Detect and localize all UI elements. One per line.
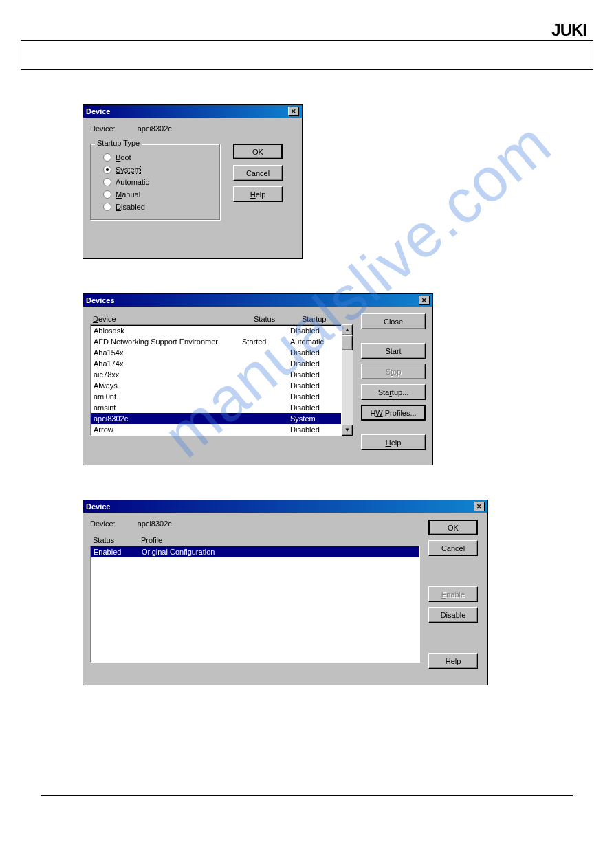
titlebar: Device ✕ — [83, 500, 487, 513]
list-item[interactable]: Enabled Original Configuration — [91, 546, 419, 557]
close-icon[interactable]: ✕ — [419, 296, 430, 305]
list-item[interactable]: aic78xxDisabled — [91, 369, 341, 380]
group-label: Startup Type — [95, 139, 142, 147]
header-placeholder — [21, 40, 593, 70]
footer-rule — [41, 795, 573, 796]
list-item[interactable]: ArrowDisabled — [91, 424, 341, 435]
help-button[interactable]: Help — [361, 434, 426, 450]
profile-listbox[interactable]: Enabled Original Configuration — [90, 546, 420, 663]
title-text: Devices — [86, 296, 115, 304]
device-label: Device: — [90, 124, 116, 133]
close-icon[interactable]: ✕ — [288, 107, 299, 116]
ok-button[interactable]: OK — [428, 520, 478, 535]
enable-button: Enable — [428, 586, 478, 602]
stop-button: Stop — [361, 364, 426, 379]
radio-boot[interactable]: Boot — [98, 151, 213, 164]
list-item[interactable]: Aha154xDisabled — [91, 347, 341, 358]
col-startup-header: Startup — [302, 315, 350, 323]
list-item[interactable]: AbiosdskDisabled — [91, 325, 341, 336]
dialog-device-profile: Device ✕ Device: apci8302c Status Profil… — [83, 500, 488, 685]
startup-type-group: Startup Type Boot System Automatic — [90, 144, 221, 221]
radio-manual[interactable]: Manual — [98, 188, 213, 201]
scrollbar[interactable]: ▲ ▼ — [342, 324, 353, 436]
list-item[interactable]: Aha174xDisabled — [91, 358, 341, 369]
device-value: apci8302c — [138, 520, 172, 528]
col-status-header: Status — [254, 315, 302, 323]
startup-button[interactable]: Startup... — [361, 384, 426, 400]
close-icon[interactable]: ✕ — [474, 502, 485, 511]
brand-logo: JUKI — [551, 21, 586, 40]
titlebar: Devices ✕ — [83, 294, 432, 307]
scroll-down-icon[interactable]: ▼ — [342, 425, 353, 436]
list-item[interactable]: amsintDisabled — [91, 402, 341, 413]
close-button[interactable]: Close — [361, 313, 426, 329]
title-text: Device — [86, 107, 110, 115]
radio-system[interactable]: System — [98, 164, 213, 176]
start-button[interactable]: Start — [361, 343, 426, 359]
list-item[interactable]: apci8302cSystem — [91, 413, 341, 424]
list-item[interactable]: AlwaysDisabled — [91, 380, 341, 391]
radio-automatic[interactable]: Automatic — [98, 176, 213, 188]
col-status-header: Status — [93, 536, 141, 544]
dialog-devices-list: Devices ✕ Device Status Startup Abiosdsk… — [83, 293, 433, 465]
help-button[interactable]: Help — [233, 186, 283, 202]
list-item[interactable]: ami0ntDisabled — [91, 391, 341, 402]
scroll-thumb[interactable] — [342, 335, 353, 350]
device-label: Device: — [90, 520, 116, 528]
hwprofiles-button[interactable]: HW Profiles... — [361, 405, 426, 421]
col-device-header: Device — [93, 315, 254, 323]
scroll-up-icon[interactable]: ▲ — [342, 324, 353, 335]
cancel-button[interactable]: Cancel — [233, 165, 283, 181]
disable-button[interactable]: Disable — [428, 607, 478, 623]
cancel-button[interactable]: Cancel — [428, 540, 478, 556]
radio-disabled[interactable]: Disabled — [98, 201, 213, 213]
ok-button[interactable]: OK — [233, 144, 283, 159]
list-item[interactable]: AFD Networking Support EnvironmerStarted… — [91, 336, 341, 347]
help-button[interactable]: Help — [428, 653, 478, 669]
device-listbox[interactable]: AbiosdskDisabled AFD Networking Support … — [90, 324, 342, 436]
device-value: apci8302c — [138, 124, 172, 133]
title-text: Device — [86, 502, 110, 511]
dialog-device-startup: Device ✕ Device: apci8302c Startup Type … — [83, 104, 303, 259]
col-profile-header: Profile — [141, 536, 162, 544]
titlebar: Device ✕ — [83, 105, 302, 118]
